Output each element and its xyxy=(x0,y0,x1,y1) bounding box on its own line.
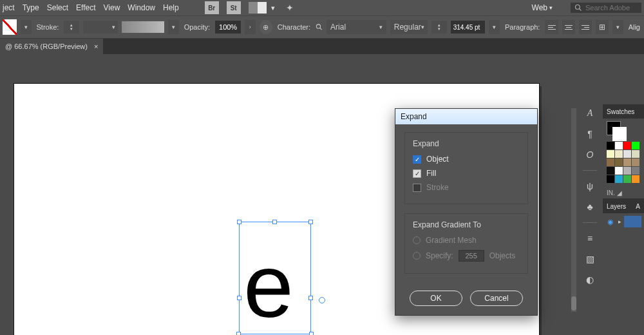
baseline-handle-l[interactable] xyxy=(236,332,241,335)
vertical-scrollbar-track[interactable] xyxy=(571,108,576,312)
swatch-cell[interactable] xyxy=(632,142,639,149)
workspace-switcher[interactable]: Web ▾ xyxy=(532,3,553,12)
symbols-panel-icon[interactable]: ♣ xyxy=(583,200,597,213)
gradient-mesh-radio xyxy=(413,236,421,244)
dialog-titlebar[interactable]: Expand xyxy=(395,109,537,124)
font-weight-dropdown[interactable]: Regular▾ xyxy=(390,20,428,34)
brush-dropdown-arrow[interactable]: ▾ xyxy=(168,20,179,34)
menu-window[interactable]: Window xyxy=(128,3,155,12)
resize-handle-tm[interactable] xyxy=(272,220,277,224)
swatch-cell[interactable] xyxy=(632,175,639,183)
character-panel-icon[interactable]: A xyxy=(583,107,597,120)
search-icon xyxy=(574,4,582,12)
opacity-dropdown[interactable]: › xyxy=(245,20,256,34)
swatch-cell[interactable] xyxy=(607,142,614,149)
font-family-dropdown[interactable]: Arial▾ xyxy=(327,20,386,34)
swatch-options-row[interactable]: IN. ◢ xyxy=(603,187,644,198)
expand-object-checkbox[interactable]: ✓ xyxy=(413,155,421,164)
recolor-icon[interactable]: ⊕ xyxy=(260,20,272,34)
brush-def-dropdown[interactable] xyxy=(122,21,164,33)
expand-dialog: Expand Expand ✓ Object ✓ Fill Stroke E xyxy=(395,108,538,316)
expand-fill-row[interactable]: ✓ Fill xyxy=(413,169,520,178)
resize-handle-mr[interactable] xyxy=(308,296,313,300)
swatch-cell[interactable] xyxy=(632,150,639,158)
expand-object-row[interactable]: ✓ Object xyxy=(413,155,520,164)
menu-help[interactable]: Help xyxy=(163,3,179,12)
svg-point-0 xyxy=(576,5,580,10)
swatches-tab[interactable]: Swatches xyxy=(603,104,644,119)
visibility-toggle-icon[interactable]: ◉ xyxy=(605,216,616,227)
stroke-profile-dropdown[interactable]: ▾ xyxy=(83,21,118,34)
right-panels: Swatches IN. ◢ Layers A ◉ ▸ xyxy=(603,104,644,335)
search-input[interactable] xyxy=(585,4,637,12)
cancel-button[interactable]: Cancel xyxy=(470,291,523,306)
font-family-value: Arial xyxy=(330,23,346,32)
menu-view[interactable]: View xyxy=(104,3,120,12)
document-tab[interactable]: @ 66.67% (RGB/Preview) × xyxy=(0,39,103,54)
touch-type-button[interactable]: ⊞ xyxy=(596,20,609,34)
swatch-cell[interactable] xyxy=(607,158,614,166)
arrange-docs-button[interactable] xyxy=(249,2,267,14)
layers-tab[interactable]: Layers A xyxy=(603,199,644,213)
swatch-cell[interactable] xyxy=(615,175,623,183)
expand-gradient-title: Expand Gradient To xyxy=(413,220,520,229)
resize-handle-tl[interactable] xyxy=(237,220,242,224)
swatch-cell[interactable] xyxy=(615,158,623,166)
swatch-cell[interactable] xyxy=(623,150,631,158)
document-tab-bar: @ 66.67% (RGB/Preview) × xyxy=(0,39,644,54)
brushes-panel-icon[interactable]: ψ xyxy=(583,180,597,193)
ok-button[interactable]: OK xyxy=(410,291,462,306)
swatch-cell[interactable] xyxy=(615,167,623,175)
swatch-cell[interactable] xyxy=(623,158,631,166)
font-size-dropdown[interactable]: ▾ xyxy=(489,20,500,34)
swatch-cell[interactable] xyxy=(623,167,631,175)
opentype-panel-icon[interactable]: O xyxy=(583,148,597,161)
fill-stroke-proxy[interactable] xyxy=(607,121,621,135)
vertical-scrollbar-thumb[interactable] xyxy=(571,296,576,311)
align-right-button[interactable] xyxy=(579,20,592,34)
menu-select[interactable]: Select xyxy=(47,3,68,12)
swatch-cell[interactable] xyxy=(607,167,614,175)
layer-row[interactable]: ◉ ▸ xyxy=(603,213,644,230)
swatch-cell[interactable] xyxy=(632,158,639,166)
baseline-handle-r[interactable] xyxy=(309,332,314,335)
swatch-grid xyxy=(603,138,644,187)
swatch-cell[interactable] xyxy=(623,175,631,183)
fill-dropdown[interactable]: ▾ xyxy=(21,20,32,34)
menu-object[interactable]: ject xyxy=(3,3,15,12)
swatches-tab-label: Swatches xyxy=(607,108,634,115)
panel-separator-2 xyxy=(583,222,597,223)
search-box[interactable] xyxy=(571,3,641,13)
transparency-panel-icon[interactable]: ◐ xyxy=(583,273,597,286)
menu-effect[interactable]: Effect xyxy=(76,3,95,12)
align-left-button[interactable] xyxy=(545,20,558,34)
font-search-icon[interactable] xyxy=(316,23,323,31)
gradient-panel-icon[interactable]: ▧ xyxy=(583,253,597,265)
text-object-glyph[interactable]: e xyxy=(243,241,294,331)
close-tab-button[interactable]: × xyxy=(94,43,98,50)
gpu-preview-icon[interactable]: ✦ xyxy=(283,1,297,14)
menu-type[interactable]: Type xyxy=(23,3,39,12)
swatch-cell[interactable] xyxy=(615,150,623,158)
bridge-button[interactable]: Br xyxy=(205,1,219,14)
swatch-cell[interactable] xyxy=(623,142,631,149)
stock-button[interactable]: St xyxy=(227,1,241,14)
swatch-cell[interactable] xyxy=(607,150,614,158)
swatch-cell[interactable] xyxy=(607,175,614,183)
stroke-weight-stepper[interactable]: ▴▾ xyxy=(64,21,79,34)
resize-handle-tr[interactable] xyxy=(308,220,313,224)
swatch-cell[interactable] xyxy=(632,167,639,175)
font-size-stepper[interactable]: ▴▾ xyxy=(431,21,447,34)
align-center-button[interactable] xyxy=(562,20,575,34)
stroke-panel-icon[interactable]: ≡ xyxy=(583,232,597,245)
resize-handle-ml[interactable] xyxy=(237,296,242,300)
expand-fill-checkbox[interactable]: ✓ xyxy=(413,169,421,178)
opacity-value[interactable]: 100% xyxy=(215,21,241,34)
fill-none-swatch[interactable] xyxy=(3,19,17,35)
paragraph-panel-icon[interactable]: ¶ xyxy=(583,128,597,140)
transform-dropdown[interactable]: ▾ xyxy=(612,20,623,34)
font-size-value[interactable]: 314.45 pt xyxy=(451,21,486,34)
text-out-port[interactable] xyxy=(319,297,325,303)
swatch-cell[interactable] xyxy=(615,142,623,149)
layer-expand-icon[interactable]: ▸ xyxy=(618,218,621,225)
